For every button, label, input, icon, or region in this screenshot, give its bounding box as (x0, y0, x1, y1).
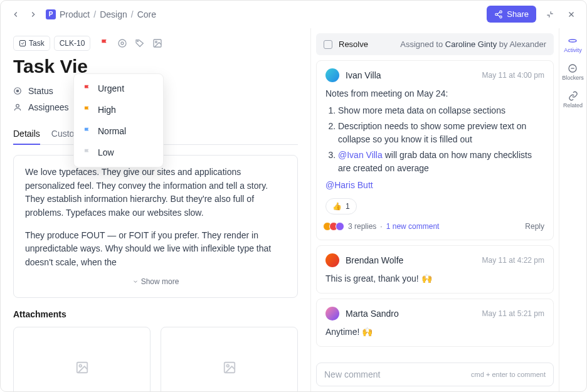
svg-rect-7 (20, 41, 26, 46)
priority-option-normal[interactable]: Normal (74, 120, 163, 142)
tab-custom[interactable]: Custo (51, 124, 75, 144)
assigner-name: Alexander (509, 40, 546, 49)
comment-date: May 11 at 5:21 pm (482, 309, 544, 318)
checkbox-icon (19, 40, 26, 47)
svg-point-10 (137, 41, 138, 41)
show-more-label: Show more (141, 276, 179, 288)
image-icon-button[interactable] (152, 38, 163, 49)
project-icon: P (46, 9, 56, 19)
priority-option-label: High (98, 105, 116, 115)
reply-avatars[interactable] (325, 222, 344, 231)
comment-list-item: Description needs to show some preview t… (338, 120, 544, 146)
attachment-card[interactable] (13, 327, 151, 391)
svg-point-2 (500, 16, 502, 18)
flag-icon (83, 84, 92, 93)
description-paragraph: We love typefaces. They give our sites a… (25, 166, 286, 220)
rail-label: Related (563, 102, 583, 109)
task-id-label: CLK-10 (60, 39, 85, 48)
comment-author[interactable]: Marta Sandro (346, 309, 399, 319)
reaction-count: 1 (346, 201, 350, 212)
priority-option-high[interactable]: High (74, 99, 163, 120)
chevron-down-icon (132, 278, 139, 285)
flag-icon (83, 105, 92, 114)
comment-text: Notes from meeting on May 24: (325, 87, 544, 100)
task-chip-label: Task (29, 39, 45, 48)
assignees-label: Assignees (28, 102, 69, 112)
mention[interactable]: @Haris Butt (325, 180, 373, 190)
comment-author[interactable]: Brendan Wolfe (346, 255, 403, 265)
person-icon (13, 103, 22, 112)
share-button[interactable]: Share (487, 6, 536, 23)
reaction-button[interactable]: 👍 1 (325, 198, 357, 215)
blockers-icon (568, 63, 578, 73)
svg-line-4 (497, 14, 500, 16)
breadcrumb-item-design[interactable]: Design (100, 9, 127, 19)
image-placeholder-icon (75, 361, 89, 374)
settings-icon-button[interactable] (117, 38, 128, 49)
comment: Marta Sandro May 11 at 5:21 pm Anytime! … (316, 299, 554, 347)
svg-point-12 (156, 41, 157, 43)
resolve-checkbox[interactable] (324, 40, 332, 49)
svg-line-3 (497, 12, 500, 13)
comment: Brendan Wolfe May 11 at 4:22 pm This is … (316, 245, 554, 294)
nav-back-button[interactable] (8, 7, 23, 22)
priority-option-label: Normal (98, 126, 126, 136)
avatar[interactable] (325, 307, 339, 320)
comment-text: Anytime! 🙌 (325, 326, 544, 339)
reply-button[interactable]: Reply (525, 221, 544, 232)
new-comment-indicator[interactable]: 1 new comment (386, 221, 440, 232)
composer-hint: cmd + enter to comment (471, 371, 546, 378)
comment-date: May 11 at 4:22 pm (482, 256, 544, 265)
priority-dropdown: Urgent High Normal Low (73, 73, 164, 167)
comment-text: This is great, thank you! 🙌 (325, 272, 544, 285)
flag-icon (83, 127, 92, 135)
attachment-card[interactable] (161, 327, 298, 391)
resolve-label: Resolve (339, 40, 368, 49)
flag-icon (83, 148, 92, 157)
task-id-chip[interactable]: CLK-10 (54, 36, 91, 51)
breadcrumb-project[interactable]: P Product (46, 9, 90, 19)
replies-count[interactable]: 3 replies (348, 221, 376, 232)
task-type-chip[interactable]: Task (13, 36, 50, 51)
nav-forward-button[interactable] (26, 7, 41, 22)
priority-option-low[interactable]: Low (74, 142, 163, 163)
breadcrumb-item-core[interactable]: Core (137, 9, 156, 19)
resolve-bar: Resolve Assigned to Caroline Ginty by Al… (316, 33, 554, 55)
breadcrumb-project-label: Product (60, 9, 90, 19)
show-more-button[interactable]: Show more (25, 276, 286, 288)
description-paragraph: They produce FOUT — or FOIT if you prefe… (25, 229, 286, 270)
svg-point-9 (119, 40, 126, 47)
description-box[interactable]: We love typefaces. They give our sites a… (13, 155, 298, 298)
new-comment-input[interactable]: New comment cmd + enter to comment (316, 363, 554, 386)
comment-list-item: Show more meta data on collapse sections (338, 104, 544, 117)
comment-author[interactable]: Ivan Villa (346, 70, 381, 80)
comment-list-item: @Ivan Villa will grab data on how many c… (338, 149, 544, 175)
collapse-button[interactable] (542, 7, 558, 22)
svg-point-1 (495, 13, 498, 16)
svg-point-15 (16, 104, 19, 107)
mention[interactable]: @Ivan Villa (338, 150, 383, 160)
avatar[interactable] (325, 68, 339, 82)
avatar[interactable] (325, 253, 339, 267)
share-icon (494, 10, 503, 19)
comment-date: May 11 at 4:00 pm (482, 71, 544, 80)
svg-point-0 (500, 11, 502, 13)
activity-icon (568, 36, 578, 46)
priority-option-label: Low (98, 147, 114, 157)
attachments-heading: Attachments (13, 309, 298, 319)
rail-tab-activity[interactable]: Activity (564, 36, 582, 53)
priority-flag-button[interactable] (99, 38, 110, 49)
svg-point-8 (121, 42, 124, 45)
priority-option-label: Urgent (98, 83, 124, 93)
comment: Ivan Villa May 11 at 4:00 pm Notes from … (316, 60, 554, 240)
reaction-emoji: 👍 (332, 201, 342, 212)
tag-icon-button[interactable] (134, 38, 145, 49)
tab-details[interactable]: Details (13, 124, 40, 145)
assignee-name[interactable]: Caroline Ginty (445, 40, 497, 49)
rail-tab-related[interactable]: Related (563, 91, 583, 109)
close-button[interactable] (564, 7, 579, 22)
rail-tab-blockers[interactable]: Blockers (562, 63, 584, 81)
status-label: Status (28, 86, 53, 96)
svg-point-19 (226, 365, 229, 368)
priority-option-urgent[interactable]: Urgent (74, 78, 163, 99)
